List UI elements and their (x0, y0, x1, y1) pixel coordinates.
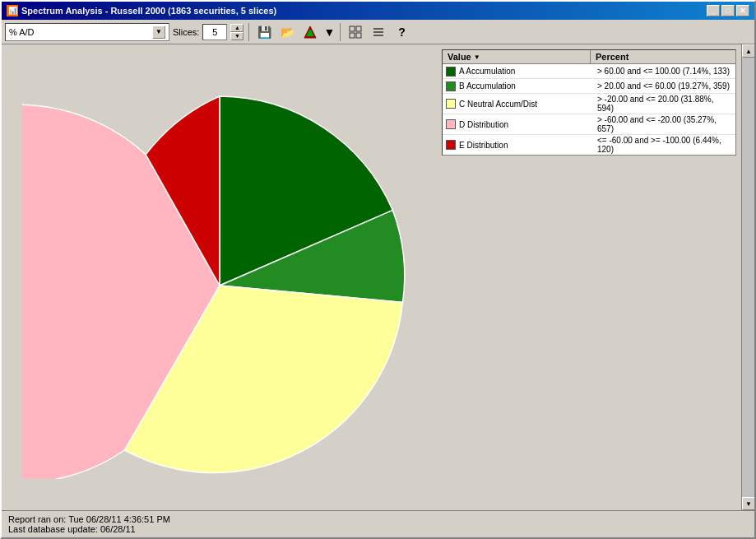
svg-rect-3 (356, 26, 361, 31)
legend-row-B: B Accumulation > 20.00 and <= 60.00 (19.… (443, 79, 735, 94)
dropdown-chart-arrow[interactable]: ▼ (323, 23, 335, 41)
list-button[interactable] (369, 23, 388, 41)
legend-range-B: > 20.00 and <= 60.00 (19.27%, 359) (597, 81, 735, 91)
legend-color-D (446, 119, 456, 129)
legend-row-D: D Distribution > -60.00 and <= -20.00 (3… (443, 114, 735, 135)
svg-rect-5 (356, 33, 361, 38)
legend-color-A (446, 67, 456, 77)
legend-panel: Value ▼ Percent A Accumulation > 60.00 a… (437, 44, 741, 160)
legend-color-C (446, 99, 456, 109)
main-content: Value ▼ Percent A Accumulation > 60.00 a… (2, 44, 754, 510)
legend-range-E: <= -60.00 and >= -100.00 (6.44%, 120) (597, 136, 735, 154)
slices-down-btn[interactable]: ▼ (230, 32, 243, 40)
legend-table: Value ▼ Percent A Accumulation > 60.00 a… (442, 49, 736, 156)
slices-spinner: ▲ ▼ (230, 24, 243, 40)
legend-label-B: B Accumulation (459, 81, 597, 91)
legend-header: Value ▼ Percent (443, 50, 735, 64)
status-bar: Report ran on: Tue 06/28/11 4:36:51 PM L… (2, 510, 754, 537)
window-title: Spectrum Analysis - Russell 2000 (1863 s… (21, 6, 276, 16)
separator-2 (340, 23, 341, 41)
help-button[interactable]: ? (392, 23, 411, 41)
app-icon: 📊 (7, 5, 18, 16)
scroll-down-btn[interactable]: ▼ (742, 497, 754, 510)
scroll-track (742, 58, 754, 497)
toolbar: % A/D ▼ Slices: ▲ ▼ 💾 📂 ▼ (2, 20, 754, 44)
legend-label-D: D Distribution (459, 120, 597, 129)
legend-row-A: A Accumulation > 60.00 and <= 100.00 (7.… (443, 64, 735, 79)
legend-label-A: A Accumulation (459, 67, 597, 76)
right-panel: Value ▼ Percent A Accumulation > 60.00 a… (437, 44, 741, 510)
legend-label-E: E Distribution (459, 141, 597, 150)
legend-label-C: C Neutral Accum/Dist (459, 100, 597, 109)
legend-rows-container: A Accumulation > 60.00 and <= 100.00 (7.… (443, 64, 735, 155)
chart-type-button[interactable] (300, 23, 320, 41)
scroll-up-btn[interactable]: ▲ (742, 44, 754, 58)
status-line2: Last database update: 06/28/11 (8, 524, 748, 534)
col-percent-header: Percent (591, 50, 735, 63)
dropdown-value: % A/D (9, 27, 35, 37)
status-line1: Report ran on: Tue 06/28/11 4:36:51 PM (8, 514, 748, 524)
legend-range-D: > -60.00 and <= -20.00 (35.27%, 657) (597, 115, 735, 133)
title-bar: 📊 Spectrum Analysis - Russell 2000 (1863… (2, 2, 754, 20)
scrollbar-vertical: ▲ ▼ (741, 44, 754, 510)
open-button[interactable]: 📂 (277, 23, 297, 41)
separator-1 (248, 23, 249, 41)
close-button[interactable]: ✕ (736, 5, 749, 16)
sort-icon-value: ▼ (474, 53, 480, 61)
slices-label: Slices: (173, 27, 199, 37)
dropdown-arrow-btn[interactable]: ▼ (152, 26, 165, 39)
grid-button[interactable] (346, 23, 365, 41)
main-window: 📊 Spectrum Analysis - Russell 2000 (1863… (0, 0, 756, 539)
maximize-button[interactable]: □ (721, 5, 735, 16)
slices-input[interactable] (202, 24, 227, 40)
legend-row-E: E Distribution <= -60.00 and >= -100.00 … (443, 135, 735, 155)
svg-rect-4 (350, 33, 355, 38)
title-bar-buttons: _ □ ✕ (707, 5, 749, 16)
legend-color-E (446, 140, 456, 150)
svg-rect-2 (350, 26, 355, 31)
slices-up-btn[interactable]: ▲ (230, 24, 243, 32)
save-button[interactable]: 💾 (254, 23, 274, 41)
legend-color-B (446, 81, 456, 91)
chart-area (2, 44, 437, 510)
legend-range-C: > -20.00 and <= 20.00 (31.88%, 594) (597, 95, 735, 113)
minimize-button[interactable]: _ (707, 5, 720, 16)
legend-range-A: > 60.00 and <= 100.00 (7.14%, 133) (597, 67, 735, 76)
legend-spacer (437, 160, 741, 510)
pie-chart (22, 76, 417, 479)
legend-row-C: C Neutral Accum/Dist > -20.00 and <= 20.… (443, 94, 735, 114)
ad-dropdown[interactable]: % A/D ▼ (5, 23, 169, 41)
col-value-header: Value ▼ (443, 50, 591, 63)
title-bar-left: 📊 Spectrum Analysis - Russell 2000 (1863… (7, 5, 276, 16)
